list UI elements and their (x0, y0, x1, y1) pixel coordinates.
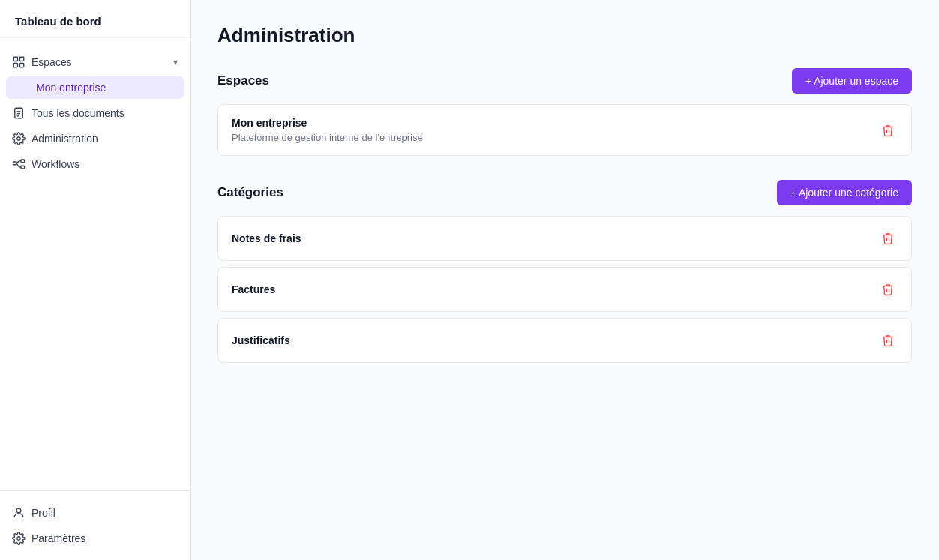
add-category-button[interactable]: + Ajouter une catégorie (777, 180, 912, 205)
category-card-info-3: Justificatifs (232, 334, 290, 346)
category-name-1: Notes de frais (232, 232, 302, 244)
espaces-section: Espaces + Ajouter un espace Mon entrepri… (218, 68, 912, 156)
add-espace-button[interactable]: + Ajouter un espace (792, 68, 912, 94)
espaces-icon (12, 55, 26, 69)
espaces-label: Espaces (32, 56, 72, 68)
delete-category-button-1[interactable] (878, 229, 898, 248)
delete-espace-button[interactable] (878, 121, 898, 140)
categories-section-title: Catégories (218, 185, 284, 200)
mon-entreprise-label: Mon entreprise (36, 82, 106, 94)
sidebar-bottom: Profil Paramètres (0, 490, 190, 560)
administration-label: Administration (32, 133, 98, 145)
svg-rect-9 (14, 162, 17, 165)
espace-desc: Plateforme de gestion interne de l'entre… (232, 132, 423, 143)
sidebar: Tableau de bord Espaces ▾ Mon entreprise… (0, 0, 190, 560)
svg-rect-0 (14, 57, 17, 61)
espace-card-info: Mon entreprise Plateforme de gestion int… (232, 117, 423, 143)
category-card-info-1: Notes de frais (232, 232, 302, 244)
svg-rect-3 (20, 64, 24, 67)
svg-point-8 (17, 137, 21, 141)
delete-category-button-3[interactable] (878, 331, 898, 350)
svg-line-13 (16, 163, 20, 167)
espace-name: Mon entreprise (232, 117, 423, 129)
sidebar-item-administration[interactable]: Administration (0, 126, 190, 151)
category-card-justificatifs: Justificatifs (218, 318, 912, 363)
category-card-info-2: Factures (232, 283, 275, 295)
sidebar-item-espaces[interactable]: Espaces ▾ (0, 49, 190, 75)
main-content: Administration Espaces + Ajouter un espa… (190, 0, 939, 560)
category-name-2: Factures (232, 283, 275, 295)
categories-list: Notes de frais Factures Justificatifs (218, 216, 912, 363)
svg-rect-4 (15, 108, 23, 118)
espaces-section-header: Espaces + Ajouter un espace (218, 68, 912, 94)
sidebar-item-parametres[interactable]: Paramètres (0, 526, 190, 551)
svg-point-17 (17, 537, 21, 541)
category-card-notes-de-frais: Notes de frais (218, 216, 912, 261)
tous-documents-label: Tous les documents (32, 107, 124, 119)
svg-rect-11 (21, 166, 25, 169)
category-card-factures: Factures (218, 267, 912, 312)
profil-label: Profil (32, 507, 56, 519)
svg-rect-2 (14, 64, 17, 67)
profil-icon (12, 506, 26, 520)
sidebar-item-profil[interactable]: Profil (0, 500, 190, 526)
sidebar-nav: Espaces ▾ Mon entreprise Tous les docume… (0, 40, 190, 490)
document-icon (12, 106, 26, 120)
espace-card-mon-entreprise: Mon entreprise Plateforme de gestion int… (218, 104, 912, 156)
chevron-down-icon: ▾ (173, 57, 178, 67)
svg-point-16 (16, 508, 21, 513)
espaces-list: Mon entreprise Plateforme de gestion int… (218, 104, 912, 156)
category-name-3: Justificatifs (232, 334, 290, 346)
parametres-label: Paramètres (32, 532, 86, 544)
svg-rect-10 (21, 160, 25, 163)
delete-category-button-2[interactable] (878, 280, 898, 299)
categories-section-header: Catégories + Ajouter une catégorie (218, 180, 912, 205)
workflows-label: Workflows (32, 158, 80, 170)
sidebar-item-workflows[interactable]: Workflows (0, 151, 190, 177)
page-title: Administration (218, 24, 912, 47)
sidebar-item-mon-entreprise[interactable]: Mon entreprise (6, 76, 184, 99)
parametres-icon (12, 532, 26, 545)
espaces-section-title: Espaces (218, 73, 269, 88)
administration-icon (12, 132, 26, 145)
workflows-icon (12, 157, 26, 171)
sidebar-item-tous-documents[interactable]: Tous les documents (0, 100, 190, 126)
sidebar-title: Tableau de bord (0, 0, 190, 40)
categories-section: Catégories + Ajouter une catégorie Notes… (218, 180, 912, 363)
svg-rect-1 (20, 57, 24, 61)
